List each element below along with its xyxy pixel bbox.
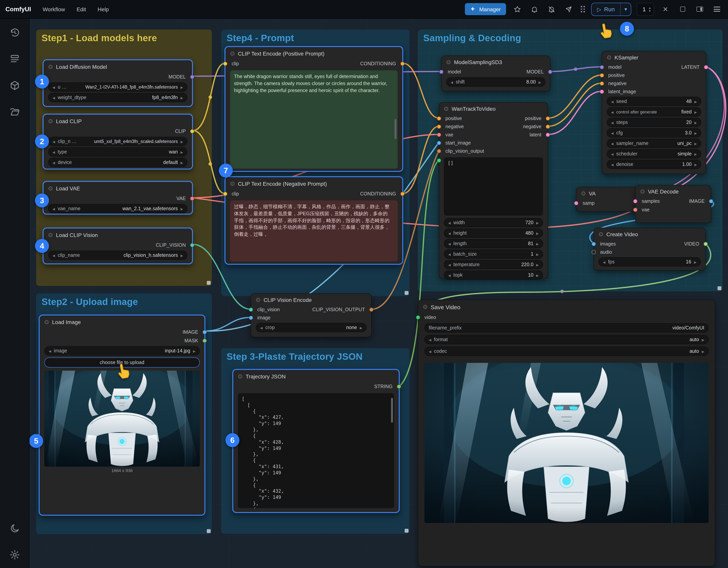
- node-load-clip[interactable]: Load CLIP CLIP clip_n …umt5_xxl_fp8_e4m3…: [43, 114, 193, 169]
- negative-output-port[interactable]: [546, 124, 550, 129]
- menu-help[interactable]: Help: [98, 6, 109, 12]
- positive-input-port[interactable]: [600, 73, 604, 77]
- node-load-vae[interactable]: Load VAE VAE vae_namewan_2.1_vae.safeten…: [43, 181, 193, 215]
- settings-gear-icon[interactable]: [9, 549, 20, 560]
- node-header[interactable]: Load Diffusion Model: [44, 60, 192, 73]
- widget-scheduler[interactable]: schedulersimple: [607, 149, 701, 159]
- group-resize-handle[interactable]: [207, 529, 211, 533]
- arrow-left-icon[interactable]: [52, 206, 55, 211]
- scrollbar-thumb[interactable]: [395, 119, 396, 139]
- audio-input-port[interactable]: [592, 250, 596, 254]
- arrow-left-icon[interactable]: [52, 95, 55, 100]
- manager-button[interactable]: Manager: [465, 3, 506, 15]
- arrow-left-icon[interactable]: [52, 253, 55, 258]
- group-resize-handle[interactable]: [405, 291, 409, 295]
- collapse-dot-icon[interactable]: [607, 55, 611, 59]
- images-input-port[interactable]: [592, 242, 596, 246]
- model-output-port[interactable]: [190, 75, 194, 79]
- collapse-dot-icon[interactable]: [230, 52, 234, 56]
- node-trajectory-json[interactable]: Trajectory JSON STRING [ [ { "x": 427, "…: [232, 369, 400, 513]
- bell-icon[interactable]: [529, 3, 540, 15]
- widget-filename-prefix[interactable]: filename_prefixvideo/ComfyUI: [424, 323, 709, 332]
- arrow-right-icon[interactable]: [694, 109, 697, 115]
- widget-length[interactable]: length81: [444, 239, 543, 248]
- widget-seed[interactable]: seed48: [607, 97, 701, 106]
- arrow-right-icon[interactable]: [694, 141, 697, 146]
- arrow-left-icon[interactable]: [52, 160, 55, 165]
- node-header[interactable]: Trajectory JSON: [233, 370, 399, 382]
- arrow-right-icon[interactable]: [536, 220, 539, 225]
- clip-vision-output-input-port[interactable]: [437, 149, 441, 153]
- node-header[interactable]: Load VAE: [44, 182, 192, 194]
- collapse-dot-icon[interactable]: [49, 119, 52, 123]
- widget-cfg[interactable]: cfg3.0: [607, 128, 701, 138]
- arrow-left-icon[interactable]: [611, 99, 614, 104]
- arrow-left-icon[interactable]: [448, 231, 451, 236]
- model-input-port[interactable]: [600, 65, 604, 69]
- arrow-left-icon[interactable]: [448, 252, 451, 257]
- widget-width[interactable]: width720: [444, 218, 543, 227]
- node-header[interactable]: CLIP Text Encode (Negative Prompt): [225, 177, 402, 190]
- node-header[interactable]: CLIP Text Encode (Positive Prompt): [225, 47, 402, 59]
- clip-input-port[interactable]: [223, 192, 227, 196]
- group-title[interactable]: Step 3-Plaste Trajectory JSON: [227, 351, 363, 362]
- arrow-right-icon[interactable]: [702, 337, 704, 342]
- arrow-right-icon[interactable]: [536, 231, 539, 236]
- mask-output-port[interactable]: [203, 338, 207, 343]
- conditioning-output-port[interactable]: [400, 192, 405, 196]
- arrow-left-icon[interactable]: [450, 79, 453, 85]
- node-vae-decode-hidden[interactable]: VA samp: [576, 187, 640, 212]
- node-load-clip-vision[interactable]: Load CLIP Vision CLIP_VISION clip_namecl…: [43, 228, 193, 264]
- bell-off-icon[interactable]: [546, 3, 558, 15]
- node-header[interactable]: VA: [576, 187, 639, 199]
- node-ksampler[interactable]: KSampler modelLATENT positive negative l…: [602, 51, 706, 174]
- arrow-left-icon[interactable]: [603, 259, 605, 265]
- arrow-left-icon[interactable]: [429, 337, 431, 342]
- start-image-input-port[interactable]: [437, 141, 441, 145]
- widget-clip-vision-name[interactable]: clip_nameclip_vision_h.safetensors: [48, 251, 187, 260]
- arrow-right-icon[interactable]: [694, 120, 697, 125]
- arrow-right-icon[interactable]: [536, 273, 539, 278]
- arrow-right-icon[interactable]: [536, 241, 539, 246]
- arrow-left-icon[interactable]: [429, 348, 431, 354]
- model-output-port[interactable]: [548, 70, 552, 74]
- node-header[interactable]: ModelSamplingSD3: [442, 56, 550, 68]
- widget-temperature[interactable]: temperature220.0: [444, 260, 543, 269]
- collapse-dot-icon[interactable]: [49, 233, 52, 237]
- positive-input-port[interactable]: [437, 116, 441, 121]
- node-header[interactable]: WanTrackToVideo: [439, 103, 548, 114]
- panel-right-icon[interactable]: [694, 3, 705, 15]
- collapse-dot-icon[interactable]: [238, 374, 242, 378]
- latent-output-port[interactable]: [546, 133, 550, 137]
- positive-output-port[interactable]: [546, 116, 550, 121]
- model-input-port[interactable]: [439, 70, 443, 74]
- node-header[interactable]: Save Video: [418, 300, 715, 313]
- arrow-left-icon[interactable]: [260, 325, 263, 330]
- close-icon[interactable]: [660, 3, 671, 15]
- run-button-group[interactable]: Run: [591, 3, 631, 16]
- widget-shift[interactable]: shift8.00: [446, 77, 545, 87]
- arrow-left-icon[interactable]: [448, 273, 451, 278]
- arrow-right-icon[interactable]: [694, 162, 697, 167]
- negative-input-port[interactable]: [600, 81, 604, 86]
- arrow-right-icon[interactable]: [181, 206, 183, 211]
- positive-prompt-textarea[interactable]: The white dragon warrior stands still, e…: [230, 70, 398, 169]
- arrow-left-icon[interactable]: [448, 220, 451, 225]
- group-title[interactable]: Step2 - Upload image: [42, 296, 138, 307]
- node-create-video[interactable]: Create Video imagesVIDEO audio fps16: [594, 228, 706, 271]
- group-title[interactable]: Step4 - Prompt: [227, 33, 294, 44]
- tracks-input-port[interactable]: [437, 158, 441, 163]
- collapse-dot-icon[interactable]: [599, 232, 603, 236]
- node-load-diffusion-model[interactable]: Load Diffusion Model MODEL u …Wan2_1-I2V…: [43, 59, 193, 107]
- negative-prompt-textarea[interactable]: 过曝，静态，细节模糊不清，字幕，风格，作品，画作，画面，静止，整体发灰，最差质量…: [230, 201, 398, 262]
- arrow-left-icon[interactable]: [52, 84, 55, 90]
- menu-workflow[interactable]: Workflow: [43, 6, 65, 12]
- arrow-right-icon[interactable]: [694, 259, 697, 265]
- node-header[interactable]: CLIP Vision Encode: [251, 294, 371, 305]
- increment-icon[interactable]: [649, 6, 651, 9]
- menu-icon[interactable]: [711, 3, 723, 15]
- node-clip-text-encode-positive[interactable]: CLIP Text Encode (Positive Prompt) clipC…: [225, 46, 403, 172]
- model-library-icon[interactable]: [9, 80, 20, 91]
- string-output-port[interactable]: [397, 384, 401, 389]
- arrow-right-icon[interactable]: [181, 139, 183, 144]
